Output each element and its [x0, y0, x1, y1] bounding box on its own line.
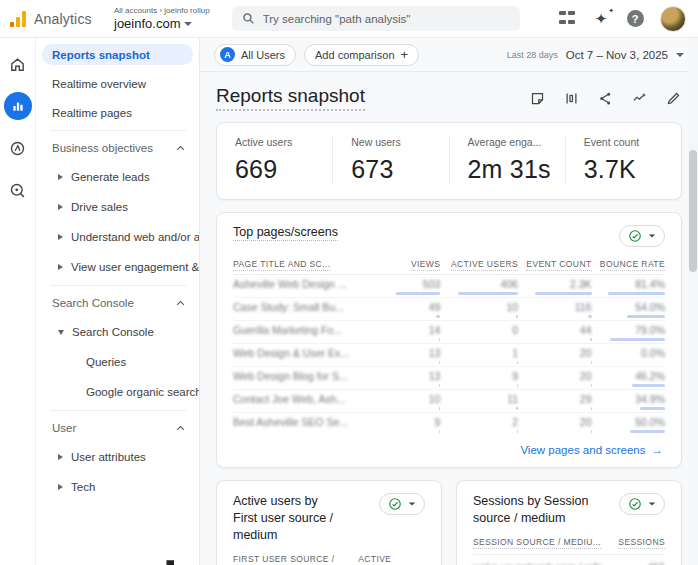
nav-google-organic-search[interactable]: Google organic search traf... — [36, 381, 199, 403]
add-comparison-chip[interactable]: Add comparison + — [304, 44, 419, 66]
all-users-chip[interactable]: A All Users — [214, 44, 296, 66]
help-icon[interactable]: ? — [626, 10, 644, 28]
table-row[interactable]: Guerilla Marketing Fo... 14 0 44 79.0% — [233, 321, 665, 344]
chevron-right-icon — [58, 484, 63, 490]
apps-grid-icon[interactable] — [558, 10, 576, 28]
top-pages-card: Top pages/screens PAGE TITLE AND SC... V… — [216, 212, 682, 468]
table-row[interactable]: Web Design & User Ex... 13 1 20 0.0% — [233, 344, 665, 367]
table-row[interactable]: Contact Joe Web, Ash... 10 11 29 34.9% — [233, 390, 665, 413]
active-users-by-source-card: Active users by First user source / medi… — [216, 480, 442, 565]
table-row[interactable]: wake-up-network.com / refe...466 — [473, 555, 665, 565]
nav-view-user-engagement[interactable]: View user engagement & rete... — [36, 256, 199, 278]
chevron-down-icon — [649, 502, 655, 505]
analytics-logo-icon — [10, 11, 26, 27]
view-pages-screens-link[interactable]: View pages and screens → — [520, 444, 663, 456]
section-business-objectives[interactable]: Business objectives — [36, 138, 199, 158]
metric-value: 673 — [351, 155, 438, 184]
nav-generate-leads[interactable]: Generate leads — [36, 166, 199, 188]
chevron-down-icon — [409, 502, 415, 505]
edit-pencil-icon[interactable] — [665, 90, 682, 107]
check-circle-icon — [628, 497, 642, 511]
chevron-up-icon — [176, 145, 185, 151]
col-session-source[interactable]: SESSION SOURCE / MEDIU... — [473, 537, 601, 549]
advertising-icon[interactable] — [4, 176, 32, 204]
nav-realtime-pages[interactable]: Realtime pages — [36, 102, 199, 123]
key-metrics-card: Active users 669 New users 673 Average e… — [216, 122, 682, 200]
property-name: joeinfo.com — [114, 16, 180, 31]
reports-icon[interactable] — [4, 92, 32, 120]
metric-active-users: Active users 669 — [217, 136, 332, 184]
col-event-count[interactable]: EVENT COUNT — [518, 255, 591, 275]
account-breadcrumb: All accounts › joeinfo rollup — [114, 6, 210, 15]
account-switcher[interactable]: All accounts › joeinfo rollup joeinfo.co… — [114, 6, 210, 31]
library-icon[interactable] — [164, 559, 179, 565]
gemini-sparkle-icon[interactable]: ✦✦ — [592, 10, 610, 28]
search-input[interactable] — [263, 13, 510, 25]
card-title: Sessions by Session source / medium — [473, 493, 619, 527]
chevron-down-icon — [184, 22, 192, 26]
data-quality-dropdown[interactable] — [619, 493, 665, 515]
col-active-users[interactable]: ACTIVE USERS — [358, 554, 425, 565]
chevron-right-icon — [58, 264, 63, 270]
chevron-up-icon — [176, 300, 185, 306]
date-preset-label: Last 28 days — [507, 50, 558, 60]
table-row[interactable]: Best Asheville SEO Se... 9 2 20 50.0% — [233, 413, 665, 436]
metric-value: 3.7K — [584, 155, 671, 184]
search-bar[interactable] — [232, 6, 520, 31]
sessions-by-source-card: Sessions by Session source / medium SESS… — [456, 480, 682, 565]
comparison-bar: A All Users Add comparison + Last 28 day… — [200, 38, 698, 72]
nav-search-console[interactable]: Search Console — [36, 321, 199, 343]
avatar[interactable] — [660, 6, 686, 32]
vertical-scrollbar[interactable] — [688, 38, 698, 565]
metric-avg-engagement: Average enga... 2m 31s — [449, 136, 565, 184]
nav-rail — [0, 38, 36, 565]
app-name: Analytics — [34, 11, 92, 27]
nav-understand-web-app[interactable]: Understand web and/or app t... — [36, 226, 199, 248]
app-header: Analytics All accounts › joeinfo rollup … — [0, 0, 698, 38]
section-search-console[interactable]: Search Console — [36, 293, 199, 313]
explore-icon[interactable] — [4, 134, 32, 162]
ga4-app: Analytics All accounts › joeinfo rollup … — [0, 0, 698, 565]
data-quality-dropdown[interactable] — [619, 225, 665, 247]
analytics-logo[interactable]: Analytics — [10, 11, 106, 27]
date-range-value: Oct 7 – Nov 3, 2025 — [566, 49, 668, 61]
col-page-title[interactable]: PAGE TITLE AND SC... — [233, 255, 380, 275]
share-icon[interactable] — [597, 90, 614, 107]
data-quality-dropdown[interactable] — [379, 493, 425, 515]
nav-tech[interactable]: Tech — [36, 476, 199, 498]
col-active-users[interactable]: ACTIVE USERS — [440, 255, 518, 275]
col-bounce-rate[interactable]: BOUNCE RATE — [592, 255, 665, 275]
table-row[interactable]: Case Study: Small Bu... 49 10 116 54.0% — [233, 298, 665, 321]
nav-queries[interactable]: Queries — [36, 351, 199, 373]
table-header-row: SESSION SOURCE / MEDIU... SESSIONS — [473, 533, 665, 555]
scrollbar-thumb[interactable] — [689, 150, 697, 272]
table-header-row: FIRST USER SOURCE / ME... ACTIVE USERS — [233, 550, 425, 565]
col-sessions[interactable]: SESSIONS — [618, 537, 665, 549]
insights-icon[interactable] — [631, 90, 648, 107]
report-title-row: Reports snapshot — [200, 72, 698, 120]
main-content: A All Users Add comparison + Last 28 day… — [200, 38, 698, 565]
table-row[interactable]: Asheville Web Design ... 503 406 2.3K 81… — [233, 275, 665, 298]
page-title: Reports snapshot — [216, 85, 365, 111]
col-first-user-source[interactable]: FIRST USER SOURCE / ME... — [233, 554, 358, 565]
col-views[interactable]: VIEWS — [380, 255, 440, 275]
check-circle-icon — [388, 497, 402, 511]
metric-new-users: New users 673 — [332, 136, 448, 184]
arrow-right-icon: → — [652, 444, 664, 456]
metric-event-count: Event count 3.7K — [565, 136, 681, 184]
feedback-note-icon[interactable] — [529, 90, 546, 107]
date-range-picker[interactable]: Last 28 days Oct 7 – Nov 3, 2025 — [507, 49, 684, 61]
nav-reports-snapshot[interactable]: Reports snapshot — [42, 44, 193, 65]
nav-drive-sales[interactable]: Drive sales — [36, 196, 199, 218]
nav-user-attributes[interactable]: User attributes — [36, 446, 199, 468]
chevron-right-icon — [58, 454, 63, 460]
section-user[interactable]: User — [36, 418, 199, 438]
plus-icon: + — [401, 47, 409, 62]
table-row[interactable]: Web Design Blog for S... 13 9 20 46.2% — [233, 367, 665, 390]
nav-realtime-overview[interactable]: Realtime overview — [36, 73, 199, 94]
comparison-bars-icon[interactable] — [563, 90, 580, 107]
home-icon[interactable] — [4, 50, 32, 78]
search-icon — [242, 12, 255, 25]
table-header-row: PAGE TITLE AND SC... VIEWS ACTIVE USERS … — [233, 255, 665, 275]
chevron-right-icon — [58, 204, 63, 210]
